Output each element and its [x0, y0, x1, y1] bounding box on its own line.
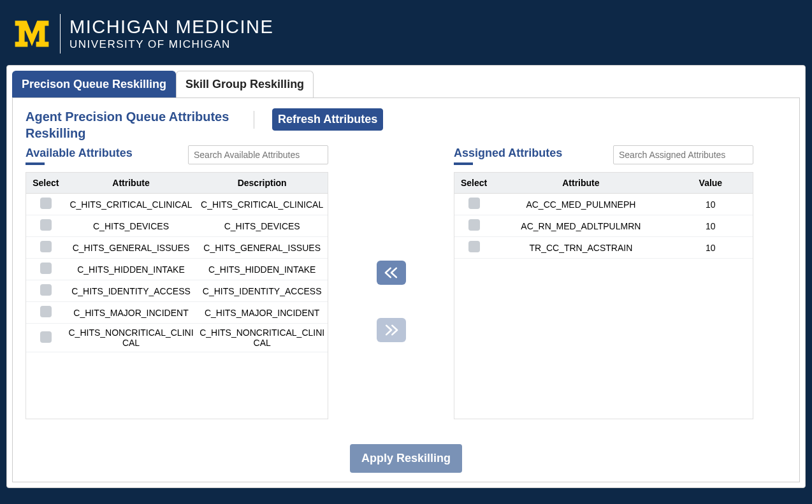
- row-attribute: C_HITS_DEVICES: [66, 215, 197, 237]
- available-pane: Available Attributes Select Attribute De…: [25, 145, 328, 419]
- title-row: Agent Precision Queue Attributes Reskill…: [25, 108, 787, 141]
- available-pane-head: Available Attributes: [25, 145, 328, 164]
- move-right-button[interactable]: [377, 318, 406, 342]
- table-row: C_HITS_CRITICAL_CLINICALC_HITS_CRITICAL_…: [26, 194, 328, 215]
- assigned-title: Assigned Attributes: [454, 147, 562, 164]
- michigan-m-logo: [13, 15, 51, 53]
- row-attribute: TR_CC_TRN_ACSTRAIN: [493, 237, 669, 259]
- row-value: 10: [669, 237, 753, 259]
- row-attribute: C_HITS_GENERAL_ISSUES: [66, 237, 197, 259]
- page-title: Agent Precision Queue Attributes Reskill…: [25, 108, 236, 141]
- table-row: C_HITS_DEVICESC_HITS_DEVICES: [26, 215, 328, 237]
- logo-main-text: MICHIGAN MEDICINE: [69, 18, 273, 36]
- assigned-pane-head: Assigned Attributes: [454, 145, 753, 164]
- main-content: Agent Precision Queue Attributes Reskill…: [12, 97, 800, 482]
- svg-marker-0: [15, 20, 49, 47]
- row-attribute: AC_CC_MED_PULMNEPH: [493, 194, 669, 215]
- row-checkbox[interactable]: [468, 219, 480, 231]
- row-description: C_HITS_GENERAL_ISSUES: [196, 237, 328, 259]
- row-checkbox[interactable]: [40, 241, 52, 252]
- row-description: C_HITS_IDENTITY_ACCESS: [196, 280, 328, 302]
- apply-reskilling-button[interactable]: Apply Reskilling: [350, 444, 462, 473]
- page-container: Precison Queue Reskilling Skill Group Re…: [6, 65, 806, 488]
- assigned-col-value: Value: [669, 173, 753, 194]
- refresh-attributes-button[interactable]: Refresh Attributes: [272, 108, 383, 131]
- available-title: Available Attributes: [25, 147, 133, 164]
- table-row: TR_CC_TRN_ACSTRAIN10: [454, 237, 753, 259]
- assigned-pane: Assigned Attributes Select Attribute Val…: [454, 145, 753, 419]
- row-value: 10: [669, 215, 753, 237]
- row-description: C_HITS_HIDDEN_INTAKE: [196, 259, 328, 280]
- transfer-buttons: [332, 145, 450, 419]
- row-checkbox[interactable]: [40, 263, 52, 274]
- row-checkbox[interactable]: [40, 284, 52, 296]
- assigned-col-attribute: Attribute: [493, 173, 669, 194]
- row-checkbox[interactable]: [40, 198, 52, 209]
- row-description: C_HITS_MAJOR_INCIDENT: [196, 302, 328, 324]
- app-header: MICHIGAN MEDICINE UNIVERSITY OF MICHIGAN: [0, 0, 812, 65]
- available-col-description: Description: [196, 173, 328, 194]
- row-checkbox[interactable]: [40, 306, 52, 317]
- table-row: C_HITS_GENERAL_ISSUESC_HITS_GENERAL_ISSU…: [26, 237, 328, 259]
- search-available-input[interactable]: [188, 145, 328, 164]
- row-description: C_HITS_DEVICES: [196, 215, 328, 237]
- row-checkbox[interactable]: [40, 331, 52, 343]
- row-checkbox[interactable]: [40, 219, 52, 231]
- table-row: AC_RN_MED_ADLTPULMRN10: [454, 215, 753, 237]
- assigned-table-box: Select Attribute Value AC_CC_MED_PULMNEP…: [454, 172, 753, 419]
- title-divider: [254, 111, 254, 129]
- tab-precision-queue[interactable]: Precison Queue Reskilling: [12, 71, 176, 97]
- row-attribute: AC_RN_MED_ADLTPULMRN: [493, 215, 669, 237]
- apply-row: Apply Reskilling: [13, 444, 799, 473]
- table-row: AC_CC_MED_PULMNEPH10: [454, 194, 753, 215]
- table-row: C_HITS_HIDDEN_INTAKEC_HITS_HIDDEN_INTAKE: [26, 259, 328, 280]
- row-attribute: C_HITS_MAJOR_INCIDENT: [66, 302, 197, 324]
- available-table: Select Attribute Description C_HITS_CRIT…: [26, 173, 328, 352]
- row-description: C_HITS_NONCRITICAL_CLINICAL: [196, 324, 328, 352]
- row-checkbox[interactable]: [468, 198, 480, 209]
- move-left-button[interactable]: [377, 261, 406, 285]
- logo-text: MICHIGAN MEDICINE UNIVERSITY OF MICHIGAN: [69, 18, 273, 50]
- panes: Available Attributes Select Attribute De…: [25, 145, 787, 419]
- table-row: C_HITS_IDENTITY_ACCESSC_HITS_IDENTITY_AC…: [26, 280, 328, 302]
- double-chevron-left-icon: [383, 266, 400, 279]
- table-row: C_HITS_NONCRITICAL_CLINICALC_HITS_NONCRI…: [26, 324, 328, 352]
- tab-skill-group[interactable]: Skill Group Reskilling: [176, 71, 314, 97]
- table-row: C_HITS_MAJOR_INCIDENTC_HITS_MAJOR_INCIDE…: [26, 302, 328, 324]
- search-assigned-input[interactable]: [613, 145, 753, 164]
- logo-divider: [60, 14, 61, 54]
- available-col-attribute: Attribute: [66, 173, 197, 194]
- row-attribute: C_HITS_NONCRITICAL_CLINICAL: [66, 324, 197, 352]
- available-col-select: Select: [26, 173, 66, 194]
- row-value: 10: [669, 194, 753, 215]
- assigned-table: Select Attribute Value AC_CC_MED_PULMNEP…: [454, 173, 753, 259]
- tab-bar: Precison Queue Reskilling Skill Group Re…: [12, 71, 800, 97]
- row-attribute: C_HITS_IDENTITY_ACCESS: [66, 280, 197, 302]
- available-table-box: Select Attribute Description C_HITS_CRIT…: [25, 172, 328, 419]
- double-chevron-right-icon: [383, 324, 400, 336]
- row-description: C_HITS_CRITICAL_CLINICAL: [196, 194, 328, 215]
- assigned-col-select: Select: [454, 173, 493, 194]
- row-attribute: C_HITS_HIDDEN_INTAKE: [66, 259, 197, 280]
- row-attribute: C_HITS_CRITICAL_CLINICAL: [66, 194, 197, 215]
- row-checkbox[interactable]: [468, 241, 480, 252]
- logo-sub-text: UNIVERSITY OF MICHIGAN: [69, 39, 273, 50]
